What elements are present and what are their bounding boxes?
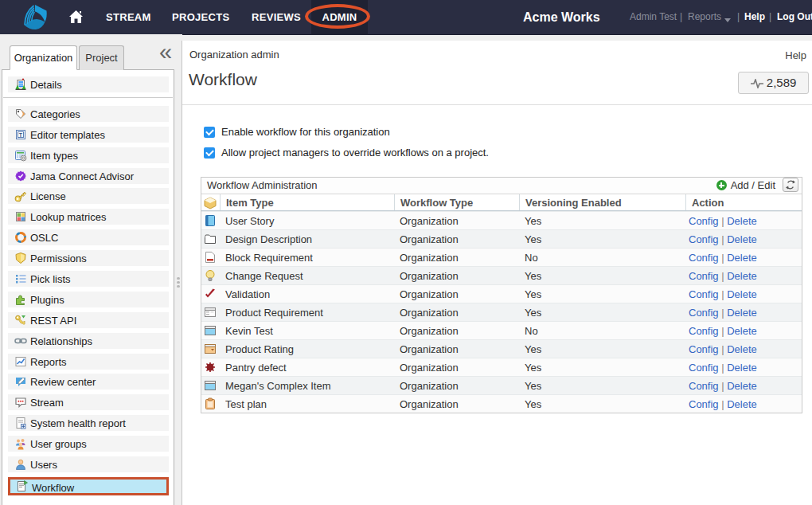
svg-text:T: T — [19, 131, 23, 137]
